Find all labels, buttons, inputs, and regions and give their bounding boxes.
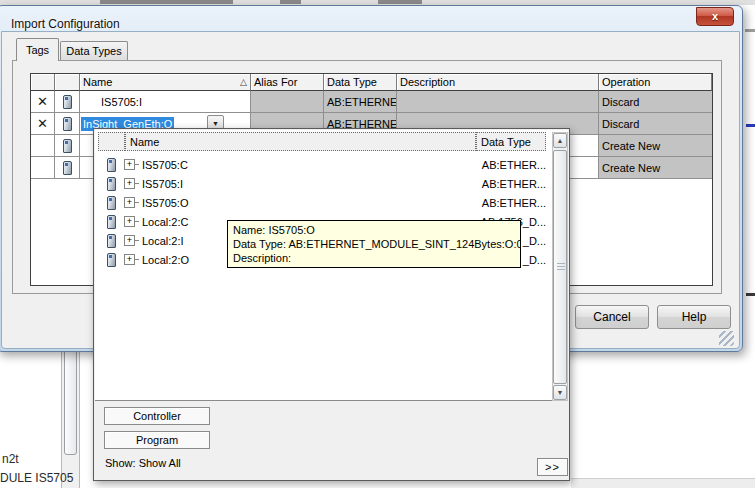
scroll-up-icon[interactable]: ▲ — [553, 133, 567, 148]
background-fragment — [746, 293, 755, 296]
tag-icon — [107, 234, 116, 248]
tag-list-header: Name Data Type — [98, 132, 546, 151]
list-item[interactable]: + IS5705:C AB:ETHER... — [98, 155, 546, 174]
background-fragment — [745, 29, 755, 32]
header-alias-for[interactable]: Alias For — [251, 74, 324, 91]
help-button[interactable]: Help — [657, 305, 731, 329]
header-data-type[interactable]: Data Type — [476, 132, 546, 151]
tag-data-type: _D... — [523, 254, 546, 266]
list-item[interactable]: + IS5705:I AB:ETHER... — [98, 174, 546, 193]
tree-connector — [135, 183, 139, 184]
thumb-grip-icon — [557, 263, 565, 270]
tag-data-type: AB:ETHER... — [482, 197, 546, 209]
tag-tooltip: Name: IS5705:O Data Type: AB:ETHERNET_MO… — [227, 220, 521, 268]
icon-cell — [55, 91, 80, 113]
background-scrollbar[interactable] — [61, 345, 80, 488]
delete-x-icon: ✕ — [37, 95, 48, 108]
header-name[interactable]: Name — [125, 132, 476, 151]
table-row: ✕ IS5705:I AB:ETHERNE Discard — [31, 91, 712, 113]
header-description[interactable]: Description — [397, 74, 599, 91]
scrollbar-thumb[interactable] — [553, 150, 567, 384]
expand-plus-icon[interactable]: + — [124, 235, 135, 246]
tag-name: Local:2:I — [142, 235, 184, 247]
program-button[interactable]: Program — [104, 431, 210, 449]
tag-icon — [107, 177, 116, 191]
tag-icon — [107, 215, 116, 229]
expand-plus-icon[interactable]: + — [124, 254, 135, 265]
tag-data-type: AB:ETHER... — [482, 159, 546, 171]
tag-browser-popup: Name Data Type + IS5705:C AB:ETHER... + … — [93, 128, 570, 481]
show-filter-label: Show: Show All — [105, 457, 181, 469]
background-text: n2t — [2, 452, 19, 466]
table-header-row: Name △ Alias For Data Type Description O… — [31, 74, 712, 91]
tag-icon — [107, 253, 116, 267]
icon-cell — [55, 157, 80, 179]
tag-data-type: AB:ETHER... — [482, 178, 546, 190]
chevron-down-icon: ▼ — [212, 120, 219, 127]
popup-scrollbar[interactable]: ▲ ▼ — [552, 132, 568, 401]
close-button[interactable]: x — [696, 7, 734, 26]
delete-cell[interactable] — [31, 135, 55, 157]
scroll-down-icon[interactable]: ▼ — [553, 385, 567, 400]
name-cell[interactable]: IS5705:I — [80, 91, 251, 113]
tree-connector — [135, 240, 139, 241]
header-operation[interactable]: Operation — [599, 74, 712, 91]
tag-icon — [107, 158, 116, 172]
operation-cell[interactable]: Discard — [599, 113, 712, 135]
tree-connector — [135, 259, 139, 260]
background-fragment-bottom — [571, 478, 755, 488]
resize-grip-icon[interactable] — [719, 331, 734, 346]
expand-browser-button[interactable]: >> — [537, 458, 568, 476]
tree-connector — [135, 202, 139, 203]
expand-plus-icon[interactable]: + — [124, 197, 135, 208]
dialog-title: Import Configuration — [11, 17, 120, 31]
controller-button[interactable]: Controller — [104, 407, 210, 425]
tab-data-types[interactable]: Data Types — [60, 41, 128, 61]
tag-icon — [63, 139, 72, 153]
expand-plus-icon[interactable]: + — [124, 216, 135, 227]
background-fragment — [378, 0, 422, 4]
list-item[interactable]: + IS5705:O AB:ETHER... — [98, 193, 546, 212]
header-icon-column — [55, 74, 80, 91]
tag-name: IS5705:O — [142, 197, 188, 209]
header-delete-column — [31, 74, 55, 91]
background-text: DULE IS5705 — [0, 471, 73, 485]
alias-cell — [251, 91, 324, 113]
header-data-type[interactable]: Data Type — [324, 74, 397, 91]
icon-cell — [55, 113, 80, 135]
tag-name: IS5705:I — [142, 178, 183, 190]
description-cell — [397, 91, 599, 113]
expand-plus-icon[interactable]: + — [124, 159, 135, 170]
delete-x-icon: ✕ — [37, 117, 48, 130]
tag-icon — [107, 196, 116, 210]
scrollbar-thumb[interactable] — [64, 349, 77, 455]
popup-footer: Controller Program Show: Show All >> — [95, 401, 568, 480]
operation-cell[interactable]: Discard — [599, 91, 712, 113]
tag-data-type: _D... — [523, 235, 546, 247]
expand-plus-icon[interactable]: + — [124, 178, 135, 189]
tooltip-type-line: Data Type: AB:ETHERNET_MODULE_SINT_124By… — [233, 237, 515, 251]
background-fragment — [100, 0, 233, 4]
tag-icon — [63, 161, 72, 175]
tree-connector — [135, 164, 139, 165]
header-icon-column — [98, 132, 125, 151]
close-icon: x — [712, 10, 718, 22]
header-name[interactable]: Name △ — [80, 74, 251, 91]
delete-cell[interactable]: ✕ — [31, 113, 55, 135]
operation-cell[interactable]: Create New — [599, 135, 712, 157]
tag-name: IS5705:C — [142, 159, 188, 171]
data-type-cell: AB:ETHERNE — [324, 91, 397, 113]
operation-cell[interactable]: Create New — [599, 157, 712, 179]
tag-name: Local:2:O — [142, 254, 189, 266]
cancel-button[interactable]: Cancel — [575, 305, 649, 329]
delete-cell[interactable]: ✕ — [31, 91, 55, 113]
sort-ascending-icon: △ — [240, 78, 247, 87]
tag-name: Local:2:C — [142, 216, 188, 228]
background-fragment — [280, 0, 301, 4]
background-fragment — [746, 124, 755, 127]
tooltip-description-line: Description: — [233, 251, 515, 265]
tree-connector — [135, 221, 139, 222]
delete-cell[interactable] — [31, 157, 55, 179]
tag-icon — [63, 95, 72, 109]
tab-tags[interactable]: Tags — [16, 38, 59, 61]
